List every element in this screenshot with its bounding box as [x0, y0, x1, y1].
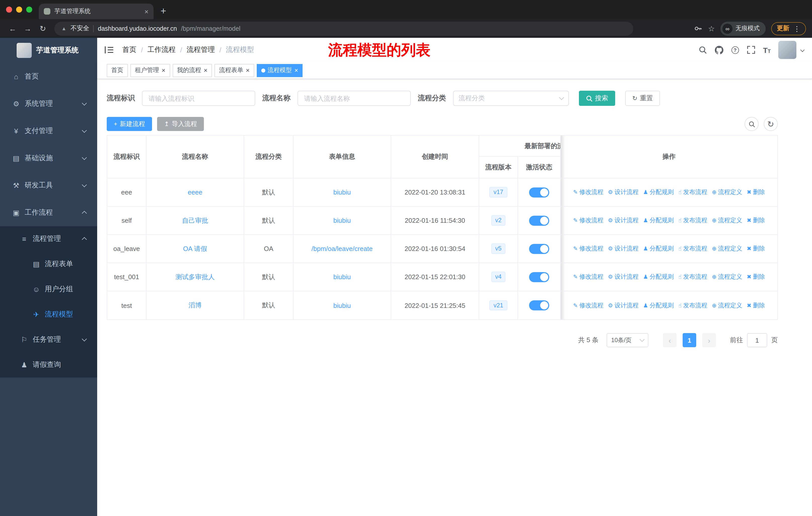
action-edit[interactable]: ✎修改流程	[573, 216, 603, 225]
import-process-button[interactable]: ↥ 导入流程	[157, 117, 204, 131]
toggle-search-button[interactable]	[745, 117, 759, 131]
goto-page-input[interactable]	[747, 333, 767, 347]
sidebar-item-home[interactable]: ⌂ 首页	[0, 63, 97, 90]
user-avatar[interactable]	[778, 41, 796, 59]
action-assign-rule[interactable]: ♟分配规则	[643, 273, 674, 281]
sidebar-item-leave-query[interactable]: ♟ 请假查询	[0, 352, 97, 377]
sidebar-item-devtools[interactable]: ⚒ 研发工具	[0, 172, 97, 199]
action-design[interactable]: ⚙设计流程	[608, 301, 639, 310]
action-publish[interactable]: ☝发布流程	[678, 216, 707, 225]
action-assign-rule[interactable]: ♟分配规则	[643, 301, 674, 310]
sidebar-item-workflow[interactable]: ▣ 工作流程	[0, 199, 97, 226]
breadcrumb-item[interactable]: 流程管理	[187, 45, 215, 54]
sidebar-item-infrastructure[interactable]: ▤ 基础设施	[0, 145, 97, 172]
reset-button[interactable]: ↻ 重置	[625, 91, 660, 106]
tag-tenant[interactable]: 租户管理 ×	[130, 64, 170, 77]
create-process-button[interactable]: + 新建流程	[107, 117, 152, 131]
form-info-link[interactable]: biubiu	[333, 217, 351, 224]
page-1-button[interactable]: 1	[683, 333, 696, 347]
search-button[interactable]: 搜索	[579, 91, 615, 106]
sidebar-item-payment[interactable]: ¥ 支付管理	[0, 117, 97, 145]
action-edit[interactable]: ✎修改流程	[573, 188, 603, 196]
tag-close-icon[interactable]: ×	[162, 67, 165, 74]
close-window-button[interactable]	[6, 6, 12, 12]
action-assign-rule[interactable]: ♟分配规则	[643, 216, 674, 225]
incognito-badge[interactable]: ∞ 无痕模式	[720, 21, 766, 35]
action-publish[interactable]: ☝发布流程	[678, 188, 707, 196]
process-name-link[interactable]: OA 请假	[183, 244, 207, 253]
process-name-link[interactable]: 自己审批	[182, 216, 208, 225]
fullscreen-icon[interactable]	[746, 45, 755, 54]
form-info-link[interactable]: /bpm/oa/leave/create	[312, 245, 373, 252]
help-icon[interactable]: ?	[731, 46, 739, 54]
action-delete[interactable]: ✖删除	[747, 244, 765, 253]
action-delete[interactable]: ✖删除	[747, 301, 765, 310]
category-select[interactable]: 流程分类	[453, 91, 569, 106]
browser-menu-icon[interactable]: ⋮	[793, 24, 801, 32]
action-delete[interactable]: ✖删除	[747, 188, 765, 196]
action-definition[interactable]: ⊕流程定义	[712, 273, 742, 281]
sidebar-item-system[interactable]: ⚙ 系统管理	[0, 90, 97, 117]
zoom-window-button[interactable]	[26, 6, 32, 12]
form-info-link[interactable]: biubiu	[333, 188, 351, 196]
breadcrumb-item[interactable]: 工作流程	[147, 45, 176, 54]
action-edit[interactable]: ✎修改流程	[573, 244, 603, 253]
key-icon[interactable]	[693, 24, 702, 33]
status-toggle[interactable]	[529, 244, 549, 254]
tag-flow-model[interactable]: 流程模型 ×	[257, 64, 303, 77]
sidebar-toggle-icon[interactable]	[105, 46, 114, 54]
action-assign-rule[interactable]: ♟分配规则	[643, 188, 674, 196]
action-definition[interactable]: ⊕流程定义	[712, 216, 742, 225]
action-publish[interactable]: ☝发布流程	[678, 273, 707, 281]
process-name-link[interactable]: 测试多审批人	[175, 272, 215, 281]
action-definition[interactable]: ⊕流程定义	[712, 244, 742, 253]
sidebar-item-flow-model[interactable]: ✈ 流程模型	[0, 302, 97, 327]
action-edit[interactable]: ✎修改流程	[573, 301, 603, 310]
tag-close-icon[interactable]: ×	[204, 67, 207, 74]
sidebar-item-task-manage[interactable]: ⚐ 任务管理	[0, 327, 97, 352]
sidebar-item-flow-form[interactable]: ▤ 流程表单	[0, 251, 97, 277]
font-size-icon[interactable]: TT	[763, 46, 771, 54]
status-toggle[interactable]	[529, 215, 549, 225]
form-info-link[interactable]: biubiu	[333, 302, 351, 309]
tag-my-flow[interactable]: 我的流程 ×	[172, 64, 212, 77]
bookmark-star-icon[interactable]: ☆	[708, 25, 715, 32]
github-icon[interactable]	[715, 45, 724, 54]
browser-tab[interactable]: 芋道管理系统 ×	[39, 3, 153, 19]
tag-home[interactable]: 首页	[107, 64, 128, 77]
address-bar[interactable]: ▲ 不安全 dashboard.yudao.iocoder.cn/bpm/man…	[54, 21, 633, 35]
app-logo-row[interactable]: 芋道管理系统	[0, 38, 97, 63]
status-toggle[interactable]	[529, 272, 549, 282]
refresh-table-button[interactable]: ↻	[764, 117, 778, 131]
action-delete[interactable]: ✖删除	[747, 216, 765, 225]
page-size-select[interactable]: 10条/页	[607, 333, 648, 347]
new-tab-button[interactable]: +	[161, 6, 166, 16]
process-name-link[interactable]: eeee	[188, 188, 202, 196]
tab-close-icon[interactable]: ×	[144, 8, 148, 15]
back-icon[interactable]: ←	[6, 24, 19, 33]
status-toggle[interactable]	[529, 187, 549, 197]
reload-icon[interactable]: ↻	[36, 24, 49, 33]
tag-flow-form[interactable]: 流程表单 ×	[214, 64, 254, 77]
tag-close-icon[interactable]: ×	[246, 67, 250, 74]
security-label[interactable]: 不安全	[70, 24, 89, 33]
action-publish[interactable]: ☝发布流程	[678, 301, 707, 310]
action-delete[interactable]: ✖删除	[747, 273, 765, 281]
action-assign-rule[interactable]: ♟分配规则	[643, 244, 674, 253]
search-icon[interactable]	[698, 45, 707, 54]
process-name-input[interactable]	[297, 91, 411, 106]
tag-close-icon[interactable]: ×	[294, 67, 298, 74]
status-toggle[interactable]	[529, 300, 549, 310]
form-info-link[interactable]: biubiu	[333, 273, 351, 281]
action-publish[interactable]: ☝发布流程	[678, 244, 707, 253]
sidebar-item-user-group[interactable]: ☺ 用户分组	[0, 277, 97, 302]
prev-page-button[interactable]: ‹	[663, 333, 676, 347]
next-page-button[interactable]: ›	[702, 333, 716, 347]
action-design[interactable]: ⚙设计流程	[608, 188, 639, 196]
process-key-input[interactable]	[142, 91, 255, 106]
action-definition[interactable]: ⊕流程定义	[712, 188, 742, 196]
browser-update-button[interactable]: 更新 ⋮	[771, 22, 806, 35]
breadcrumb-item[interactable]: 首页	[122, 45, 137, 54]
minimize-window-button[interactable]	[16, 6, 22, 12]
sidebar-item-flow-manage[interactable]: ≡ 流程管理	[0, 226, 97, 251]
